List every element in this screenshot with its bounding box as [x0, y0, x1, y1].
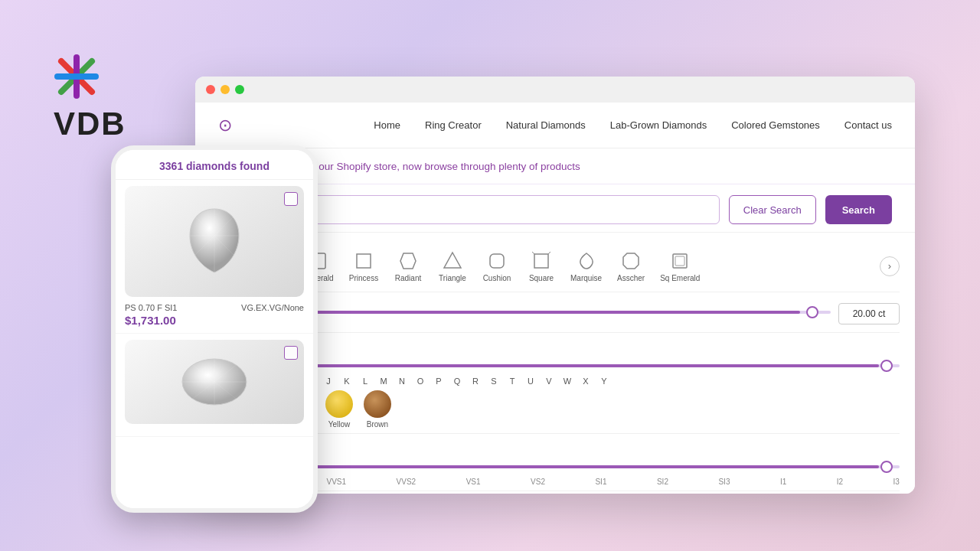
diamond-price-1: $1,731.00: [125, 314, 304, 327]
nav-natural-diamonds[interactable]: Natural Diamonds: [506, 119, 586, 131]
diamond-grade-1: VG.EX.VG/None: [241, 303, 304, 312]
clarity-SI1[interactable]: SI1: [595, 478, 606, 486]
shape-asscher[interactable]: Asscher: [611, 246, 651, 285]
color-letter-T[interactable]: T: [505, 377, 520, 386]
diamond-image-2: [125, 340, 304, 424]
browser-titlebar: [195, 77, 915, 103]
svg-marker-13: [623, 253, 639, 269]
color-letter-M[interactable]: M: [376, 377, 391, 386]
color-letter-Q[interactable]: Q: [449, 377, 465, 386]
color-letter-U[interactable]: U: [523, 377, 538, 386]
traffic-light-yellow[interactable]: [220, 85, 230, 94]
diamonds-found-count: 3361 diamonds found: [159, 160, 270, 172]
svg-rect-9: [490, 254, 504, 268]
svg-marker-7: [400, 253, 416, 269]
clarity-SI2[interactable]: SI2: [657, 478, 668, 486]
mobile-phone: 3361 diamonds found: [111, 145, 318, 513]
diamond-image-1: [125, 186, 304, 297]
shape-sq-emerald[interactable]: Sq Emerald: [655, 246, 704, 285]
color-letter-L[interactable]: L: [358, 377, 373, 386]
phone-inner: 3361 diamonds found: [116, 150, 313, 508]
nav-logo-icon: ⊙: [218, 116, 232, 135]
clarity-I1[interactable]: I1: [780, 478, 786, 486]
color-letter-V[interactable]: V: [541, 377, 557, 386]
vdb-logo-text: VDB: [54, 106, 126, 142]
clarity-VVS1[interactable]: VVS1: [327, 478, 347, 486]
nav-links: Home Ring Creator Natural Diamonds Lab-G…: [374, 119, 892, 131]
color-yellow-item[interactable]: Yellow: [325, 390, 353, 429]
svg-rect-10: [534, 254, 548, 268]
color-letter-O[interactable]: O: [413, 377, 428, 386]
svg-line-12: [548, 252, 550, 254]
svg-marker-8: [444, 253, 461, 268]
weight-slider-right[interactable]: [806, 306, 818, 318]
color-slider-right[interactable]: [880, 360, 893, 372]
color-letter-W[interactable]: W: [560, 377, 575, 386]
diamond-card-1: PS 0.70 F SI1 VG.EX.VG/None $1,731.00: [116, 180, 313, 334]
svg-rect-6: [357, 254, 371, 268]
nav-home[interactable]: Home: [374, 119, 400, 131]
clarity-I2[interactable]: I2: [837, 478, 843, 486]
shape-next-button[interactable]: ›: [880, 256, 900, 276]
shape-princess[interactable]: Princess: [344, 246, 384, 285]
clarity-VS1[interactable]: VS1: [466, 478, 481, 486]
weight-max-input[interactable]: 20.00 ct: [838, 303, 900, 324]
color-letter-Y[interactable]: Y: [596, 377, 612, 386]
clarity-SI3[interactable]: SI3: [718, 478, 730, 486]
color-circle-yellow[interactable]: [325, 390, 353, 418]
shape-square[interactable]: Square: [521, 246, 561, 285]
diamond-checkbox-1[interactable]: [284, 192, 298, 206]
vdb-logo: VDB: [54, 54, 126, 142]
nav-ring-creator[interactable]: Ring Creator: [425, 119, 482, 131]
nav-colored-gemstones[interactable]: Colored Gemstones: [731, 119, 820, 131]
shape-marquise[interactable]: Marquise: [566, 246, 606, 285]
nav-bar: ⊙ Home Ring Creator Natural Diamonds Lab…: [195, 103, 915, 148]
diamond-code-1: PS 0.70 F SI1: [125, 303, 177, 312]
shape-triangle[interactable]: Triangle: [433, 246, 472, 285]
clarity-slider-right[interactable]: [880, 461, 893, 473]
shape-radiant[interactable]: Radiant: [388, 246, 428, 285]
clarity-VS2[interactable]: VS2: [531, 478, 545, 486]
phone-header: 3361 diamonds found: [116, 150, 313, 180]
clarity-VVS2[interactable]: VVS2: [397, 478, 416, 486]
svg-rect-15: [675, 256, 684, 266]
diamond-checkbox-2[interactable]: [284, 346, 298, 360]
color-letter-K[interactable]: K: [339, 377, 354, 386]
nav-contact[interactable]: Contact us: [844, 119, 892, 131]
color-brown-item[interactable]: Brown: [364, 390, 391, 429]
color-letter-S[interactable]: S: [486, 377, 501, 386]
color-letter-J[interactable]: J: [321, 377, 336, 386]
color-letter-P[interactable]: P: [431, 377, 446, 386]
color-letter-X[interactable]: X: [578, 377, 593, 386]
color-letter-N[interactable]: N: [394, 377, 410, 386]
clarity-I3[interactable]: I3: [893, 478, 900, 486]
clear-search-button[interactable]: Clear Search: [729, 195, 816, 224]
svg-line-11: [532, 252, 534, 254]
traffic-light-red[interactable]: [206, 85, 215, 94]
traffic-light-green[interactable]: [235, 85, 244, 94]
search-button[interactable]: Search: [825, 195, 892, 224]
color-circle-brown[interactable]: [364, 390, 391, 418]
diamond-card-2: [116, 334, 313, 437]
shape-cushion[interactable]: Cushion: [477, 246, 517, 285]
color-letter-R[interactable]: R: [468, 377, 483, 386]
nav-lab-diamonds[interactable]: Lab-Grown Diamonds: [610, 119, 707, 131]
